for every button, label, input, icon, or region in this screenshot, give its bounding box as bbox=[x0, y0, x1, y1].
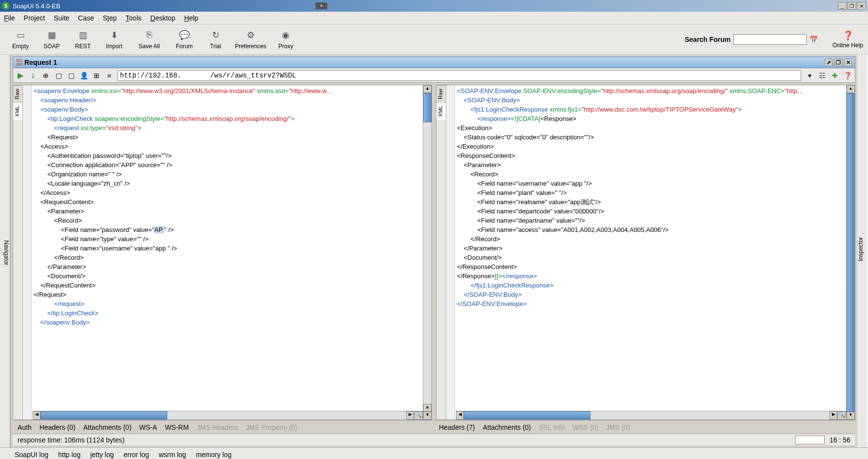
help2-icon[interactable]: ❓ bbox=[843, 71, 852, 80]
action-bar: ▶ ⤓ ⊕ ▢ ▢ 👤 ⊞ ■ ▾ ☷ ✚ ❓ bbox=[13, 68, 855, 83]
proxy-icon: ◉ bbox=[280, 29, 292, 41]
box2-icon[interactable]: ▢ bbox=[67, 71, 76, 80]
box1-icon[interactable]: ▢ bbox=[54, 71, 63, 80]
menubar: File Project Suite Case Step Tools Deskt… bbox=[0, 12, 868, 24]
log-tab[interactable]: jetty log bbox=[90, 451, 114, 459]
forum-icon: 💬 bbox=[178, 29, 190, 41]
gear-icon: ⚙ bbox=[245, 29, 256, 41]
request-xml-tab[interactable]: XML bbox=[13, 102, 22, 120]
bottom-tab[interactable]: Attachments (0) bbox=[83, 423, 132, 431]
request-panel: Raw XML <soapenv:Envelope xmlns:xsi="htt… bbox=[13, 85, 432, 420]
search-forum-input[interactable] bbox=[733, 34, 807, 45]
menu-tools[interactable]: Tools bbox=[126, 14, 142, 22]
toolbar-import[interactable]: ⬇Import bbox=[99, 26, 130, 53]
request-hscroll[interactable]: ◀▶🔍 bbox=[33, 411, 423, 420]
toolbar-preferences[interactable]: ⚙Preferences bbox=[231, 26, 270, 53]
response-vscroll[interactable]: ▲▼ bbox=[846, 85, 855, 420]
add-icon[interactable]: ✚ bbox=[830, 71, 839, 80]
menu-case[interactable]: Case bbox=[78, 14, 94, 22]
bottom-tab[interactable]: Headers (7) bbox=[439, 423, 475, 431]
titlebar: S SoapUI 5.4.0-EB ▼ _ ❐ ✕ bbox=[0, 0, 868, 12]
request-tab-label: Request 1 bbox=[24, 58, 57, 66]
status-bar: response time: 106ms (1124 bytes) 16 : 5… bbox=[13, 434, 855, 445]
toolbar-empty[interactable]: ▭Empty bbox=[5, 26, 36, 53]
rest-icon: ▥ bbox=[77, 29, 89, 41]
menu-help[interactable]: Help bbox=[184, 14, 198, 22]
menu-desktop[interactable]: Desktop bbox=[150, 14, 175, 22]
url-input[interactable] bbox=[118, 70, 801, 81]
status-text: response time: 106ms (1124 bytes) bbox=[18, 436, 124, 444]
response-gutter bbox=[446, 85, 455, 420]
log-tab[interactable]: memory log bbox=[196, 451, 232, 459]
maximize-button[interactable]: ❐ bbox=[848, 2, 856, 10]
url-dropdown-icon[interactable]: ▾ bbox=[805, 71, 814, 80]
response-raw-tab[interactable]: Raw bbox=[436, 85, 446, 102]
titlebar-dropdown[interactable]: ▼ bbox=[316, 2, 327, 9]
bottom-tab[interactable]: SSL Info bbox=[539, 423, 565, 431]
response-editor[interactable]: <SOAP-ENV:Envelope SOAP-ENV:encodingStyl… bbox=[455, 85, 846, 420]
toolbar-save-all[interactable]: ⎘Save All bbox=[130, 26, 169, 53]
toolbar-rest[interactable]: ▥REST bbox=[67, 26, 99, 53]
request-raw-tab[interactable]: Raw bbox=[13, 85, 22, 102]
bottom-tab[interactable]: Auth bbox=[18, 423, 32, 431]
bottom-tab[interactable]: WS-RM bbox=[165, 423, 189, 431]
tab-detach-icon[interactable]: ⇗ bbox=[825, 58, 832, 66]
inspector-tab[interactable]: Inspector bbox=[857, 55, 868, 447]
bottom-tab[interactable]: Attachments (0) bbox=[483, 423, 531, 431]
navigator-tab[interactable]: Navigator bbox=[0, 55, 11, 447]
response-hscroll[interactable]: ◀▶🔍 bbox=[456, 411, 846, 420]
log-tab[interactable]: error log bbox=[123, 451, 149, 459]
bottom-tab[interactable]: WS-A bbox=[139, 423, 158, 431]
run-button[interactable]: ▶ bbox=[16, 71, 25, 80]
bottom-tab[interactable]: JMS Property (0) bbox=[246, 423, 297, 431]
request-bottom-tabs: AuthHeaders (0)Attachments (0)WS-AWS-RMJ… bbox=[13, 420, 434, 434]
calendar-icon[interactable]: 📅 bbox=[809, 36, 818, 43]
response-panel: Raw XML <SOAP-ENV:Envelope SOAP-ENV:enco… bbox=[436, 85, 855, 420]
add-assertion-icon[interactable]: ⊕ bbox=[41, 71, 50, 80]
menu-suite[interactable]: Suite bbox=[54, 14, 69, 22]
toolbar-soap[interactable]: ▦SOAP bbox=[36, 26, 67, 53]
stop-icon[interactable]: ■ bbox=[105, 71, 114, 80]
close-button[interactable]: ✕ bbox=[857, 2, 866, 10]
menu-file[interactable]: File bbox=[4, 14, 15, 22]
log-tab[interactable]: SoapUI log bbox=[15, 451, 48, 459]
tab-close-icon[interactable]: ✕ bbox=[844, 58, 852, 66]
bottom-tab[interactable]: JMS Headers bbox=[197, 423, 238, 431]
bottom-tab[interactable]: WSS (0) bbox=[572, 423, 598, 431]
filter-icon[interactable]: ☷ bbox=[818, 71, 827, 80]
menu-step[interactable]: Step bbox=[103, 14, 117, 22]
app-title: SoapUI 5.4.0-EB bbox=[13, 2, 60, 10]
request-gutter bbox=[23, 85, 32, 420]
log-tab[interactable]: http log bbox=[58, 451, 80, 459]
user-icon[interactable]: 👤 bbox=[79, 71, 88, 80]
cursor-position: 16 : 56 bbox=[829, 436, 850, 444]
minimize-button[interactable]: _ bbox=[838, 2, 847, 10]
toolbar-forum[interactable]: 💬Forum bbox=[169, 26, 200, 53]
log-tab[interactable]: wsrm log bbox=[159, 451, 186, 459]
toolbar-trial[interactable]: ↻Trial bbox=[200, 26, 231, 53]
bottom-tab[interactable]: JMS (0) bbox=[606, 423, 630, 431]
save-all-icon: ⎘ bbox=[143, 29, 155, 41]
response-xml-tab[interactable]: XML bbox=[436, 102, 446, 120]
soap-badge: SOAP bbox=[16, 58, 22, 66]
search-forum: Search Forum 📅 bbox=[685, 34, 818, 45]
menu-project[interactable]: Project bbox=[24, 14, 45, 22]
import-icon: ⬇ bbox=[108, 29, 120, 41]
response-bottom-tabs: Headers (7)Attachments (0)SSL InfoWSS (0… bbox=[434, 420, 855, 434]
bottom-tab[interactable]: Headers (0) bbox=[39, 423, 76, 431]
request-editor[interactable]: <soapenv:Envelope xmlns:xsi="http://www.… bbox=[32, 85, 423, 420]
online-help[interactable]: ❓ Online Help bbox=[832, 30, 863, 49]
status-input[interactable] bbox=[795, 436, 825, 444]
toolbar-proxy[interactable]: ◉Proxy bbox=[270, 26, 301, 53]
app-icon: S bbox=[2, 2, 10, 10]
help-icon: ❓ bbox=[843, 30, 853, 41]
log-tabs: SoapUI loghttp logjetty logerror logwsrm… bbox=[0, 447, 868, 459]
request-tab[interactable]: SOAP Request 1 ⇗ ❐ ✕ bbox=[13, 57, 855, 68]
grid-icon[interactable]: ⊞ bbox=[92, 71, 101, 80]
request-vscroll[interactable]: ▲▲▼ bbox=[423, 85, 432, 420]
soap-icon: ▦ bbox=[46, 29, 58, 41]
trial-icon: ↻ bbox=[210, 29, 221, 41]
search-forum-label: Search Forum bbox=[685, 36, 730, 43]
run-all-icon[interactable]: ⤓ bbox=[29, 71, 38, 80]
tab-maximize-icon[interactable]: ❐ bbox=[834, 58, 842, 66]
